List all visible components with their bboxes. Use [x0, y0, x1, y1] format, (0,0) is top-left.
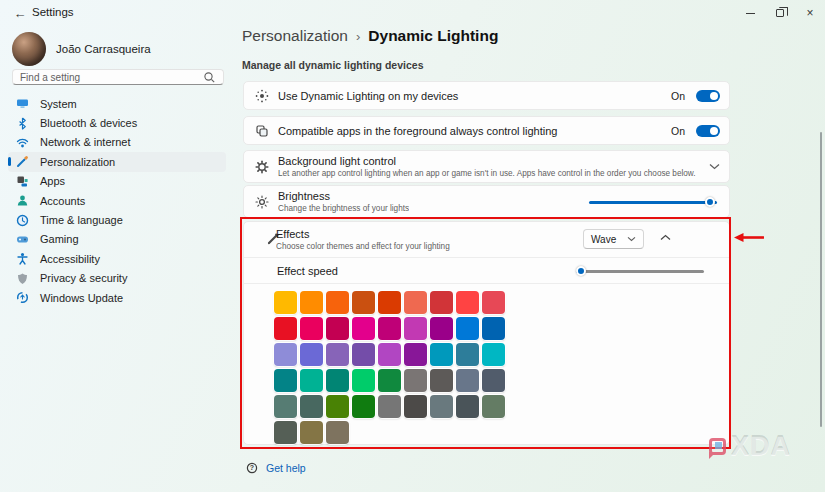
effect-speed-label: Effect speed: [277, 265, 338, 277]
maximize-button[interactable]: [765, 0, 795, 26]
color-swatch[interactable]: [456, 395, 479, 418]
color-swatch[interactable]: [404, 291, 427, 314]
color-swatch[interactable]: [352, 369, 375, 392]
section-label: Manage all dynamic lighting devices: [242, 59, 423, 71]
breadcrumb: Personalization › Dynamic Lighting: [242, 27, 498, 45]
color-swatch[interactable]: [300, 369, 323, 392]
card-compatible-apps: Compatible apps in the foreground always…: [243, 116, 730, 145]
setting-title: Effects: [276, 228, 450, 240]
color-swatch[interactable]: [326, 317, 349, 340]
color-swatch[interactable]: [430, 369, 453, 392]
color-swatch[interactable]: [326, 369, 349, 392]
get-help-row: ? Get help: [246, 462, 306, 474]
sidebar-item-gaming[interactable]: Gaming: [8, 230, 226, 249]
color-swatch[interactable]: [300, 421, 323, 444]
color-swatch[interactable]: [300, 395, 323, 418]
user-profile[interactable]: João Carrasqueira: [12, 32, 151, 66]
scrollbar[interactable]: [820, 132, 822, 427]
sidebar: João Carrasqueira Find a setting System …: [0, 28, 232, 492]
search-input[interactable]: Find a setting: [12, 69, 224, 85]
color-swatch[interactable]: [482, 343, 505, 366]
card-use-dynamic-lighting: Use Dynamic Lighting on my devices On: [243, 81, 730, 110]
color-swatch[interactable]: [326, 421, 349, 444]
chevron-down-icon: [627, 236, 636, 242]
sidebar-item-bluetooth[interactable]: Bluetooth & devices: [8, 113, 226, 132]
sidebar-item-apps[interactable]: Apps: [8, 172, 226, 191]
color-swatch[interactable]: [430, 395, 453, 418]
sidebar-item-windows-update[interactable]: Windows Update: [8, 288, 226, 307]
color-swatch[interactable]: [404, 343, 427, 366]
update-icon: [16, 291, 29, 304]
chevron-up-icon[interactable]: [660, 234, 671, 241]
setting-subtitle: Change the brightness of your lights: [278, 204, 409, 213]
color-swatch[interactable]: [378, 395, 401, 418]
color-swatch[interactable]: [352, 343, 375, 366]
color-swatch[interactable]: [274, 369, 297, 392]
color-swatch[interactable]: [300, 317, 323, 340]
sidebar-item-accounts[interactable]: Accounts: [8, 191, 226, 210]
color-swatch[interactable]: [404, 317, 427, 340]
sidebar-item-network[interactable]: Network & internet: [8, 133, 226, 152]
titlebar: ← Settings ×: [0, 0, 825, 28]
sidebar-item-label: Gaming: [40, 233, 79, 245]
color-swatch[interactable]: [430, 291, 453, 314]
brightness-slider[interactable]: [589, 197, 717, 207]
color-swatch[interactable]: [274, 291, 297, 314]
sidebar-item-system[interactable]: System: [8, 94, 226, 113]
apps-icon: [16, 175, 29, 188]
color-swatch[interactable]: [456, 317, 479, 340]
gear-icon: [255, 160, 269, 174]
breadcrumb-separator: ›: [356, 29, 360, 44]
color-swatch[interactable]: [274, 317, 297, 340]
color-swatch[interactable]: [456, 343, 479, 366]
color-swatch[interactable]: [404, 369, 427, 392]
color-swatch[interactable]: [274, 395, 297, 418]
color-swatch[interactable]: [378, 343, 401, 366]
red-arrow-annotation: [734, 233, 764, 242]
card-brightness: Brightness Change the brightness of your…: [243, 185, 730, 218]
color-swatch[interactable]: [274, 343, 297, 366]
page-title: Dynamic Lighting: [368, 27, 498, 45]
sidebar-item-privacy[interactable]: Privacy & security: [8, 269, 226, 288]
color-swatch[interactable]: [404, 395, 427, 418]
color-swatch[interactable]: [326, 291, 349, 314]
color-swatch[interactable]: [352, 317, 375, 340]
get-help-link[interactable]: Get help: [266, 462, 306, 474]
breadcrumb-parent[interactable]: Personalization: [242, 27, 348, 45]
compatible-apps-toggle[interactable]: [696, 125, 720, 137]
personalization-brush-icon: [16, 155, 29, 168]
color-swatch[interactable]: [352, 291, 375, 314]
use-dynamic-lighting-toggle[interactable]: [696, 90, 720, 102]
color-swatch[interactable]: [326, 343, 349, 366]
color-swatch[interactable]: [300, 343, 323, 366]
minimize-button[interactable]: [735, 0, 765, 26]
color-swatch[interactable]: [326, 395, 349, 418]
effects-dropdown[interactable]: Wave: [583, 229, 644, 249]
color-swatch[interactable]: [482, 369, 505, 392]
color-swatch[interactable]: [300, 291, 323, 314]
color-swatch[interactable]: [482, 317, 505, 340]
effect-speed-slider[interactable]: [576, 266, 704, 276]
close-button[interactable]: ×: [795, 0, 825, 26]
color-swatch[interactable]: [430, 343, 453, 366]
color-swatch[interactable]: [482, 395, 505, 418]
color-swatch[interactable]: [456, 369, 479, 392]
chevron-down-icon[interactable]: [709, 163, 720, 170]
color-swatch[interactable]: [274, 421, 297, 444]
color-swatch[interactable]: [430, 317, 453, 340]
sidebar-item-time-language[interactable]: Time & language: [8, 210, 226, 229]
sidebar-item-personalization[interactable]: Personalization: [8, 152, 226, 171]
color-swatch[interactable]: [456, 291, 479, 314]
color-swatch[interactable]: [378, 317, 401, 340]
back-button[interactable]: ←: [10, 4, 30, 24]
card-effects: Effects Choose color themes and effect f…: [243, 221, 730, 445]
color-swatch[interactable]: [352, 395, 375, 418]
color-swatch[interactable]: [482, 291, 505, 314]
sidebar-item-accessibility[interactable]: Accessibility: [8, 249, 226, 268]
card-background-light-control[interactable]: Background light control Let another app…: [243, 150, 730, 183]
effects-header-row[interactable]: Effects Choose color themes and effect f…: [244, 222, 729, 257]
sidebar-item-label: Time & language: [40, 214, 123, 226]
color-swatch[interactable]: [378, 369, 401, 392]
search-placeholder: Find a setting: [20, 72, 203, 83]
color-swatch[interactable]: [378, 291, 401, 314]
